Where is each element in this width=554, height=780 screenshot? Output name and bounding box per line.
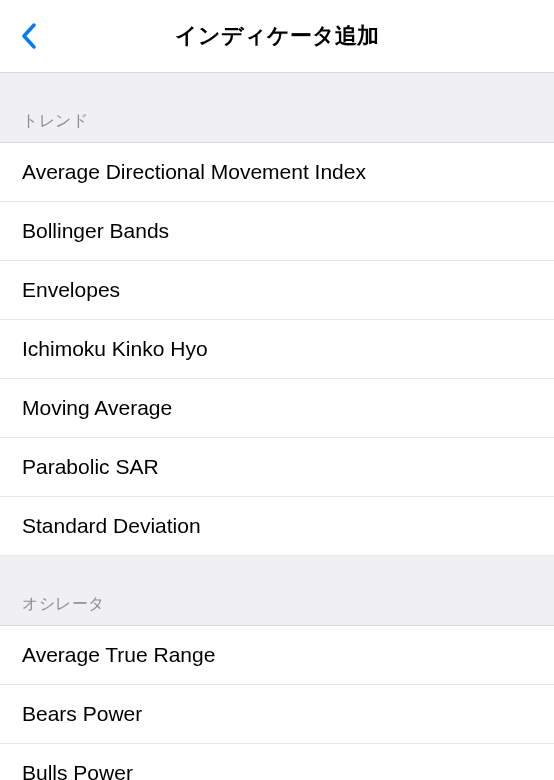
list-item[interactable]: Ichimoku Kinko Hyo xyxy=(0,320,554,379)
list-item[interactable]: Envelopes xyxy=(0,261,554,320)
list-item-label: Average Directional Movement Index xyxy=(22,160,366,183)
trend-indicator-list: Average Directional Movement Index Bolli… xyxy=(0,143,554,556)
list-item-label: Parabolic SAR xyxy=(22,455,159,478)
list-item-label: Standard Deviation xyxy=(22,514,201,537)
list-item-label: Envelopes xyxy=(22,278,120,301)
page-title: インディケータ追加 xyxy=(0,21,554,51)
section-header-label: オシレータ xyxy=(22,595,105,612)
list-item[interactable]: Standard Deviation xyxy=(0,497,554,556)
list-item[interactable]: Bulls Power xyxy=(0,744,554,780)
chevron-left-icon xyxy=(21,23,37,49)
list-item[interactable]: Bollinger Bands xyxy=(0,202,554,261)
section-header-oscillator: オシレータ xyxy=(0,556,554,626)
section-header-label: トレンド xyxy=(22,112,88,129)
back-button[interactable] xyxy=(14,21,44,51)
list-item-label: Average True Range xyxy=(22,643,215,666)
list-item-label: Ichimoku Kinko Hyo xyxy=(22,337,208,360)
navigation-header: インディケータ追加 xyxy=(0,0,554,73)
section-header-trend: トレンド xyxy=(0,73,554,143)
list-item[interactable]: Bears Power xyxy=(0,685,554,744)
oscillator-indicator-list: Average True Range Bears Power Bulls Pow… xyxy=(0,626,554,780)
list-item[interactable]: Average Directional Movement Index xyxy=(0,143,554,202)
list-item-label: Bears Power xyxy=(22,702,142,725)
list-item-label: Bulls Power xyxy=(22,761,133,780)
list-item-label: Bollinger Bands xyxy=(22,219,169,242)
list-item[interactable]: Average True Range xyxy=(0,626,554,685)
list-item[interactable]: Parabolic SAR xyxy=(0,438,554,497)
list-item-label: Moving Average xyxy=(22,396,172,419)
list-item[interactable]: Moving Average xyxy=(0,379,554,438)
